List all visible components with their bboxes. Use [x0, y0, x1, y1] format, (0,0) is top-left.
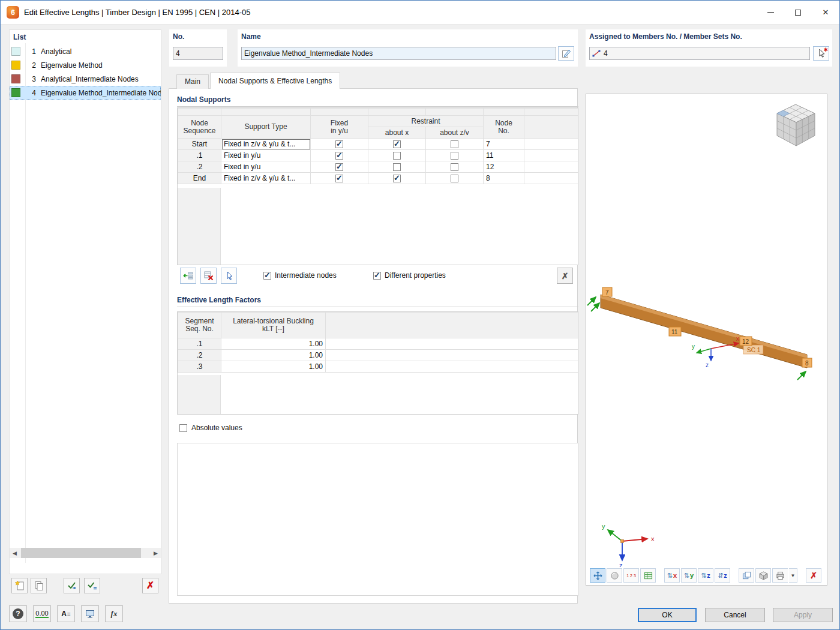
- about-zv-cell[interactable]: [426, 139, 484, 150]
- list-item-eigenvalue-method[interactable]: 2 Eigenvalue Method: [10, 58, 161, 72]
- select-members-button[interactable]: ✱: [813, 46, 829, 61]
- maximize-button[interactable]: [784, 1, 812, 24]
- print-button[interactable]: [772, 568, 788, 583]
- fixed-yu-checkbox[interactable]: [335, 152, 343, 160]
- node-no-cell[interactable]: 12: [484, 161, 524, 173]
- print-dropdown-arrow[interactable]: ▼: [789, 568, 797, 583]
- about-x-cell[interactable]: [368, 161, 426, 173]
- insert-row-button[interactable]: [180, 268, 196, 284]
- display-properties-button[interactable]: [640, 568, 656, 583]
- about-zv-cell[interactable]: [426, 150, 484, 161]
- fixed-yu-checkbox[interactable]: [335, 163, 343, 171]
- about-x-cell[interactable]: [368, 150, 426, 161]
- numbering-button[interactable]: 1 2 3: [623, 568, 639, 583]
- tab-nodal-supports[interactable]: Nodal Supports & Effective Lengths: [210, 73, 340, 89]
- minimize-button[interactable]: [757, 1, 784, 24]
- about-x-checkbox[interactable]: [393, 152, 401, 160]
- reset-view-button[interactable]: ✗: [806, 568, 821, 583]
- node-no-cell[interactable]: 7: [484, 139, 524, 150]
- about-zv-checkbox[interactable]: [451, 163, 458, 171]
- about-zv-checkbox[interactable]: [451, 140, 458, 148]
- node-flag-7[interactable]: 7: [602, 287, 612, 296]
- support-type-cell[interactable]: Fixed in z/v & y/u & t...: [221, 173, 311, 184]
- timber-beam[interactable]: [601, 295, 807, 368]
- pan-zoom-button[interactable]: [590, 568, 605, 583]
- name-field[interactable]: Eigenvalue Method_Intermediate Nodes: [241, 47, 556, 60]
- select-node-button[interactable]: [221, 268, 237, 284]
- support-type-cell[interactable]: Fixed in y/u: [221, 150, 311, 161]
- about-x-cell[interactable]: [368, 173, 426, 184]
- units-settings-button[interactable]: 0.00: [33, 605, 51, 622]
- about-x-cell[interactable]: [368, 139, 426, 150]
- list-item-analytical[interactable]: 1 Analytical: [10, 44, 161, 58]
- node-flag-11[interactable]: 11: [669, 327, 681, 336]
- delete-entry-button[interactable]: ✗: [142, 578, 158, 593]
- support-type-cell[interactable]: Fixed in z/v & y/u & t...: [221, 139, 311, 150]
- scroll-left-arrow[interactable]: ◀: [10, 548, 20, 558]
- fixed-yu-checkbox[interactable]: [335, 140, 343, 148]
- model-viewport[interactable]: x y z SC 1 7 11 12 8: [586, 94, 827, 586]
- isometric-view-button[interactable]: [755, 568, 771, 583]
- about-zv-checkbox[interactable]: [451, 175, 458, 182]
- no-field[interactable]: 4: [173, 47, 223, 60]
- insert-row-icon: [183, 271, 193, 281]
- fixed-yu-cell[interactable]: [311, 173, 368, 184]
- help-button[interactable]: ?: [9, 605, 27, 622]
- list-item-eigenvalue-intermediate[interactable]: 4 Eigenvalue Method_Intermediate Nodes: [10, 86, 161, 100]
- scrollbar-track[interactable]: [20, 548, 151, 558]
- node-no-cell[interactable]: 11: [484, 150, 524, 161]
- absolute-values-option[interactable]: Absolute values: [179, 424, 242, 432]
- node-flag-8[interactable]: 8: [802, 358, 812, 367]
- about-zv-cell[interactable]: [426, 161, 484, 173]
- intermediate-nodes-option[interactable]: Intermediate nodes: [263, 271, 337, 280]
- list-horizontal-scrollbar[interactable]: ◀ ▶: [10, 548, 161, 558]
- scroll-right-arrow[interactable]: ▶: [151, 548, 161, 558]
- view-in-x-button[interactable]: ⇅x: [664, 568, 680, 583]
- delete-row-button[interactable]: [200, 268, 217, 284]
- copy-entry-button[interactable]: [31, 578, 47, 593]
- check-entry-button[interactable]: [64, 578, 80, 593]
- name-label: Name: [241, 32, 261, 41]
- view-in-minus-z-button[interactable]: ⇵z: [715, 568, 730, 583]
- list-item-analytical-intermediate[interactable]: 3 Analytical_Intermediate Nodes: [10, 72, 161, 86]
- klt-cell[interactable]: 1.00: [221, 350, 326, 361]
- formula-button[interactable]: fx: [105, 605, 123, 622]
- klt-cell[interactable]: 1.00: [221, 361, 326, 373]
- about-zv-checkbox[interactable]: [451, 152, 458, 160]
- about-x-checkbox[interactable]: [393, 175, 401, 182]
- about-zv-cell[interactable]: [426, 173, 484, 184]
- about-x-checkbox[interactable]: [393, 163, 401, 171]
- support-type-cell[interactable]: Fixed in y/u: [221, 161, 311, 173]
- edit-name-button[interactable]: [558, 46, 574, 61]
- check-all-button[interactable]: [84, 578, 100, 593]
- ok-button[interactable]: OK: [638, 608, 697, 622]
- assigned-members-field[interactable]: 4: [589, 47, 810, 60]
- different-properties-checkbox[interactable]: [373, 272, 381, 280]
- node-flag-12[interactable]: 12: [740, 337, 752, 346]
- view-in-z-button[interactable]: ⇅z: [698, 568, 713, 583]
- intermediate-nodes-checkbox[interactable]: [263, 272, 271, 280]
- node-no-cell[interactable]: 8: [484, 173, 524, 184]
- klt-cell[interactable]: 1.00: [221, 338, 326, 350]
- visibility-button[interactable]: [739, 568, 754, 583]
- navigation-cube-icon[interactable]: [777, 104, 815, 146]
- fixed-yu-cell[interactable]: [311, 150, 368, 161]
- apply-button[interactable]: Apply: [773, 608, 833, 622]
- display-settings-button[interactable]: [81, 605, 99, 622]
- view-in-y-button[interactable]: ⇅y: [681, 568, 697, 583]
- fixed-yu-cell[interactable]: [311, 161, 368, 173]
- cancel-button[interactable]: Cancel: [705, 608, 765, 622]
- fixed-yu-checkbox[interactable]: [335, 175, 343, 182]
- font-settings-button[interactable]: A≡: [57, 605, 75, 622]
- edit-effective-lengths-dialog: 6 Edit Effective Lengths | Timber Design…: [0, 0, 840, 630]
- rendering-mode-button[interactable]: [607, 568, 622, 583]
- absolute-values-checkbox[interactable]: [179, 424, 187, 432]
- fixed-yu-cell[interactable]: [311, 139, 368, 150]
- close-button[interactable]: ✕: [812, 1, 839, 24]
- scrollbar-thumb[interactable]: [21, 548, 141, 558]
- tab-main[interactable]: Main: [176, 74, 209, 89]
- clear-supports-button[interactable]: ✗: [557, 268, 573, 284]
- new-entry-button[interactable]: [11, 578, 28, 593]
- different-properties-option[interactable]: Different properties: [373, 271, 446, 280]
- about-x-checkbox[interactable]: [393, 140, 401, 148]
